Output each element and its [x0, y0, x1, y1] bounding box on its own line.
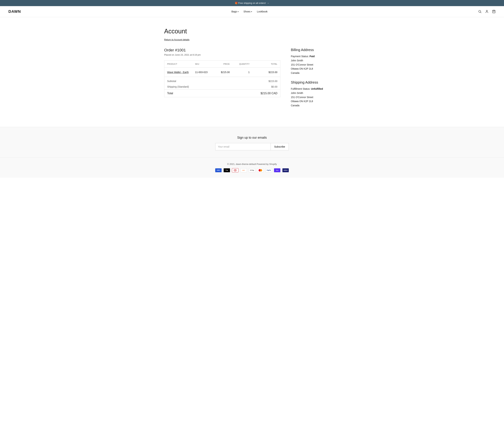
chevron-down-icon: ▾ — [251, 11, 252, 13]
site-logo[interactable]: DAWN — [9, 9, 21, 14]
shipping-address: Fulfillment Status: Unfulfilled John Smi… — [291, 87, 340, 108]
col-header-total: TOTAL — [252, 61, 280, 68]
subscribe-button[interactable]: Subscribe — [270, 143, 289, 150]
total-label: Total — [164, 90, 192, 97]
nav-item-shoes[interactable]: Shoes ▾ — [243, 10, 252, 13]
shipping-street: 151 O'Connor Street — [291, 96, 313, 99]
payment-icon-applepay: Pay — [224, 168, 230, 172]
newsletter-title: Sign up to our emails — [9, 136, 495, 139]
payment-icon-shopifypay: Shop — [274, 168, 280, 172]
shipping-row: Shipping (Standard) $0.00 — [164, 84, 280, 90]
col-header-price: PRICE — [215, 61, 233, 68]
payment-icon-mastercard — [257, 168, 264, 172]
payment-methods: AMEX Pay DISC G Pay PayPal Shop VISA — [9, 168, 495, 172]
product-price: $215.00 — [215, 68, 233, 77]
site-footer: Sign up to our emails Subscribe © 2021, … — [0, 127, 504, 178]
order-details: Order #1001 Placed on June 23, 2021 at 8… — [164, 48, 280, 97]
user-icon — [485, 10, 489, 13]
billing-country: Canada — [291, 71, 299, 74]
col-header-quantity: QUANTITY — [233, 61, 252, 68]
main-nav: Bags ▾ Shoes ▾ Lookbook — [231, 10, 267, 13]
total-row: Total $215.00 CAD — [164, 90, 280, 97]
payment-icon-gpay: G Pay — [249, 168, 255, 172]
shipping-country: Canada — [291, 104, 299, 107]
product-quantity: 1 — [233, 68, 252, 77]
billing-name: John Smith — [291, 59, 303, 62]
shipping-value: $0.00 — [252, 84, 280, 90]
announcement-link[interactable]: 🎁 Free shipping on all orders! → — [235, 2, 269, 4]
fulfillment-status-label: Fulfillment Status: — [291, 87, 310, 90]
shipping-name: John Smith — [291, 92, 303, 95]
shipping-label: Shipping (Standard) — [164, 84, 192, 90]
newsletter-form: Subscribe — [215, 143, 289, 150]
payment-icon-paypal: PayPal — [265, 168, 272, 172]
announcement-arrow: → — [267, 2, 269, 4]
payment-icon-discover: DISC — [240, 168, 247, 172]
search-icon — [478, 10, 482, 13]
svg-point-0 — [479, 10, 481, 12]
product-name: Wave Wallet - Earth — [164, 68, 192, 77]
svg-point-2 — [486, 10, 487, 11]
col-header-product: PRODUCT — [164, 61, 192, 68]
order-date: Placed on June 23, 2021 at 8:19 pm — [164, 53, 280, 56]
order-layout: Order #1001 Placed on June 23, 2021 at 8… — [164, 48, 340, 113]
product-total: $215.00 — [252, 68, 280, 77]
footer-copyright: © 2021, dawn-theme-default Powered by Sh… — [9, 163, 495, 165]
payment-icon-amex: AMEX — [215, 168, 222, 172]
subtotal-row: Subtotal $215.00 — [164, 77, 280, 84]
billing-heading: Billing Address — [291, 48, 340, 52]
billing-address: Payment Status: Paid John Smith 151 O'Co… — [291, 54, 340, 75]
order-table: PRODUCT SKU PRICE QUANTITY TOTAL Wave Wa… — [164, 60, 280, 97]
billing-street: 151 O'Connor Street — [291, 63, 313, 66]
total-value: $215.00 CAD — [252, 90, 280, 97]
nav-item-lookbook[interactable]: Lookbook — [257, 10, 268, 13]
payment-icon-diners — [232, 168, 239, 172]
payment-status-value: Paid — [310, 55, 315, 58]
nav-label-bags: Bags — [231, 10, 237, 13]
payment-status-label: Payment Status: — [291, 55, 309, 58]
nav-label-lookbook: Lookbook — [257, 10, 268, 13]
announcement-bar: 🎁 Free shipping on all orders! → — [0, 0, 504, 6]
shipping-city: Ottawa ON K2P 2L8 — [291, 100, 313, 103]
chevron-down-icon: ▾ — [238, 11, 239, 13]
announcement-text: 🎁 Free shipping on all orders! — [235, 2, 266, 4]
cart-icon — [492, 10, 495, 13]
product-link[interactable]: Wave Wallet - Earth — [167, 71, 189, 74]
subtotal-label: Subtotal — [164, 77, 192, 84]
product-sku: 11-003-023 — [192, 68, 215, 77]
main-content: Account Return to Account details Order … — [156, 17, 348, 127]
search-button[interactable] — [478, 10, 482, 13]
col-header-sku: SKU — [192, 61, 215, 68]
header-icons — [478, 10, 495, 13]
footer-bottom: © 2021, dawn-theme-default Powered by Sh… — [0, 157, 504, 178]
svg-line-1 — [481, 12, 481, 13]
return-link[interactable]: Return to Account details — [164, 38, 189, 41]
shipping-heading: Shipping Address — [291, 80, 340, 84]
address-section: Billing Address Payment Status: Paid Joh… — [291, 48, 340, 113]
payment-icon-visa: VISA — [282, 168, 289, 172]
email-input[interactable] — [215, 143, 270, 150]
nav-label-shoes: Shoes — [243, 10, 251, 13]
nav-item-bags[interactable]: Bags ▾ — [231, 10, 239, 13]
fulfillment-status-value: Unfulfilled — [311, 87, 323, 90]
account-button[interactable] — [485, 10, 489, 13]
order-number: Order #1001 — [164, 48, 280, 52]
page-title: Account — [164, 28, 340, 35]
newsletter-section: Sign up to our emails Subscribe — [0, 127, 504, 157]
table-row: Wave Wallet - Earth 11-003-023 $215.00 1… — [164, 68, 280, 77]
site-header: DAWN Bags ▾ Shoes ▾ Lookbook — [0, 6, 504, 17]
cart-button[interactable] — [492, 10, 495, 13]
billing-city: Ottawa ON K2P 2L8 — [291, 67, 313, 70]
subtotal-value: $215.00 — [252, 77, 280, 84]
